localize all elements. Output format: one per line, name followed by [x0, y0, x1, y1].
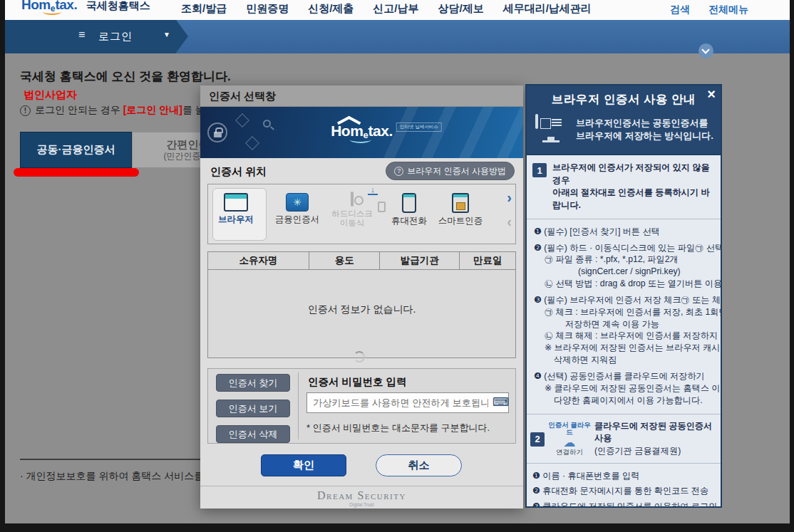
password-label: 인증서 비밀번호 입력	[308, 375, 407, 389]
phone-icon	[402, 193, 416, 213]
financial-cert-icon: ✳	[286, 193, 309, 212]
guide-step-line: ❷ 휴대전화 문자메시지를 통한 확인코드 전송	[532, 485, 715, 496]
warning-icon: !	[20, 105, 31, 116]
guide-step-line: (signCert.cer / signPri.key)	[534, 266, 716, 278]
guide-step-line: ❸ (필수) 브라우저에 인증서 저장 체크㉠ 또는 체크 해제㉡	[534, 294, 716, 306]
modal-banner: Hometax. 인터넷 납세서비스	[200, 107, 523, 158]
guide-step-line: ※ 브라우저에 저장된 인증서는 브라우저 캐시를	[534, 342, 716, 354]
section2-number: 2	[530, 432, 545, 447]
hexagon-icon	[235, 113, 249, 127]
find-cert-button[interactable]: 인증서 찾기	[216, 374, 290, 392]
logo-tagline: 인터넷 납세서비스	[396, 122, 442, 132]
guide-intro-text: 브라우저인증서는 공동인증서를브라우저에 저장하는 방식입니다.	[576, 117, 713, 142]
login-notice: ! 로그인 안되는 경우 [로그인 안내]를 눌	[20, 104, 205, 117]
navbar-expand-button[interactable]	[698, 43, 713, 58]
guide-step-line: ㉡ 체크 해제 : 브라우저에 인증서를 저장하지 않음	[534, 330, 716, 342]
password-hint: * 인증서 비밀번호는 대소문자를 구분합니다.	[306, 422, 490, 434]
section1-head-text: 브라우저에 인증서가 저장되어 있지 않을 경우아래의 절차대로 인증서를 등록…	[552, 162, 715, 212]
cancel-button[interactable]: 취소	[376, 454, 462, 476]
scroll-right-arrow[interactable]: ›	[507, 190, 512, 204]
guide-step-line: 삭제하면 지워짐	[534, 354, 716, 366]
guide-step-line: ❶ 이름 · 휴대폰번호를 입력	[532, 470, 715, 481]
cloud-icon: ☁	[548, 437, 591, 449]
menu-item-consult[interactable]: 상담/제보	[438, 2, 484, 16]
browser-page: Hometax. 국세청홈택스 조회/발급 민원증명 신청/제출 신고/납부 상…	[5, 0, 790, 523]
certificate-select-modal: 인증서 선택창 Hometax. 인터넷 납세서비스 인증서 위치 ? 브라우저…	[200, 85, 523, 508]
guide-step-line: ❷ (필수) 하드 · 이동식디스크에 있는 파일㉠ 선택㉡	[534, 242, 716, 254]
cert-location-list: 브라우저 ✳ 금융인증서 하드디스크 이동식 휴대전화 스마트인증 ↓ › ‹	[207, 184, 516, 244]
navbar-login-label: 로그인	[98, 30, 133, 43]
hexagon-icon	[245, 136, 259, 150]
login-guide-link[interactable]: [로그인 안내]	[123, 104, 182, 115]
guide-section1-steps: ❶ (필수) [인증서 찾기] 버튼 선택 ❷ (필수) 하드 · 이동식디스크…	[527, 219, 721, 415]
section1-number: 1	[532, 163, 547, 177]
navbar-current-section[interactable]: ≡ 로그인 ▼	[5, 20, 176, 53]
delete-cert-button[interactable]: 인증서 삭제	[216, 425, 290, 443]
col-issuer: 발급기관	[380, 252, 460, 269]
location-item-browser[interactable]: 브라우저	[213, 193, 259, 225]
logo-swoosh-icon	[349, 136, 371, 143]
modal-footer: Dream Security Digital Trust	[200, 486, 523, 508]
location-item-smart-auth[interactable]: 스마트인증	[438, 193, 483, 226]
vendor-logo: Dream Security	[200, 490, 523, 501]
notice-text: 로그인 안되는 경우 [로그인 안내]를 눌	[35, 104, 205, 117]
cert-cloud-connect[interactable]: 인증서 클라우드 ☁ 연결하기	[548, 422, 591, 456]
section2-head-text: 클라우드에 저장된 공동인증서 사용(인증기관 금융결제원)	[594, 420, 717, 457]
business-type-annotation: 법인사업자	[24, 88, 77, 102]
location-item-financial-cert[interactable]: ✳ 금융인증서	[274, 193, 320, 225]
guide-section2-steps: ❶ 이름 · 휴대폰번호를 입력 ❷ 휴대전화 문자메시지를 통한 확인코드 전…	[527, 464, 721, 508]
browser-cert-guide-panel: 브라우저 인증서 사용 안내 × 브라우저인증서는 공동인증서를브라우저에 저장…	[525, 84, 722, 508]
menu-item-apply[interactable]: 신청/제출	[308, 2, 354, 16]
table-empty-message: 인증서 정보가 없습니다.	[208, 303, 515, 316]
hamburger-icon[interactable]: ≡	[78, 28, 85, 41]
caret-down-icon[interactable]: ▼	[163, 31, 170, 38]
location-item-harddisk[interactable]: 하드디스크 이동식	[329, 193, 375, 227]
certificate-table-header: 소유자명 용도 발급기관 만료일	[208, 252, 515, 270]
sim-card-icon	[452, 193, 469, 213]
harddisk-icon	[351, 193, 354, 206]
confirm-button[interactable]: 확인	[261, 454, 346, 476]
guide-step-line: ㉠ 체크 : 브라우저에 인증서를 저장, 최초 1회만	[534, 306, 716, 318]
close-icon[interactable]: ×	[707, 86, 716, 103]
modal-title: 인증서 선택창	[209, 90, 276, 103]
keyboard-icon[interactable]: ⌨	[493, 395, 509, 409]
menu-item-report[interactable]: 신고/납부	[373, 2, 418, 16]
monitor-icon	[535, 115, 568, 144]
search-link[interactable]: 검색	[670, 4, 690, 16]
modal-titlebar: 인증서 선택창	[200, 85, 523, 107]
main-menu: 조회/발급 민원증명 신청/제출 신고/납부 상담/제보 세무대리/납세관리	[181, 2, 592, 16]
magnifier-icon	[263, 120, 271, 127]
guide-step-line: 다양한 홈페이지에서 이용 가능합니다.	[534, 395, 716, 407]
certificate-table: 소유자명 용도 발급기관 만료일 인증서 정보가 없습니다.	[207, 251, 516, 358]
site-header: Hometax. 국세청홈택스 조회/발급 민원증명 신청/제출 신고/납부 상…	[5, 0, 790, 20]
modal-hometax-logo: Hometax. 인터넷 납세서비스	[331, 122, 393, 140]
hometax-roof-icon	[336, 115, 361, 124]
chevron-down-icon	[701, 46, 709, 53]
red-underline-annotation	[14, 168, 139, 177]
section-divider	[298, 372, 299, 439]
download-icon: ↓	[368, 185, 378, 195]
menu-item-civil[interactable]: 민원증명	[246, 2, 289, 16]
privacy-note: · 개인정보보호를 위하여 홈택스 서비스를	[20, 470, 204, 483]
welcome-heading: 국세청 홈택스에 오신 것을 환영합니다.	[20, 68, 231, 85]
login-navbar: ≡ 로그인 ▼	[5, 20, 790, 53]
scroll-left-arrow[interactable]: ‹	[507, 214, 512, 229]
guide-section1-head: 1 브라우저에 인증서가 저장되어 있지 않을 경우아래의 절차대로 인증서를 …	[527, 155, 721, 219]
menu-item-taxagent[interactable]: 세무대리/납세관리	[503, 2, 592, 16]
logo-swoosh-icon	[43, 9, 61, 15]
vendor-subtitle: Digital Trust	[200, 502, 523, 507]
guide-step-line: ❸ 클라우드에 저장된 인증서를 이용하여 로그인	[532, 501, 715, 508]
menu-item-inquiry[interactable]: 조회/발급	[181, 2, 227, 16]
browser-cert-help-button[interactable]: ? 브라우저 인증서 사용방법	[386, 162, 515, 180]
guide-step-line: ㉠ 파일 종류 : *.pfx, *.p12, 파일2개	[534, 254, 716, 266]
all-menu-link[interactable]: 전체메뉴	[708, 4, 748, 16]
tab-joint-financial-cert[interactable]: 공동·금융인증서	[20, 132, 132, 168]
hometax-logo[interactable]: Hometax. 국세청홈택스	[21, 0, 150, 13]
password-section: 인증서 찾기 인증서 보기 인증서 삭제 인증서 비밀번호 입력 ⌨ * 인증서…	[207, 368, 516, 444]
view-cert-button[interactable]: 인증서 보기	[216, 400, 290, 417]
password-input[interactable]	[306, 392, 509, 413]
guide-section2-head: 2 인증서 클라우드 ☁ 연결하기 클라우드에 저장된 공동인증서 사용(인증기…	[527, 414, 721, 463]
guide-step-line: 저장하면 계속 이용 가능	[534, 318, 716, 330]
location-item-mobile[interactable]: 휴대전화	[386, 193, 432, 226]
banner-streaks	[381, 107, 523, 158]
